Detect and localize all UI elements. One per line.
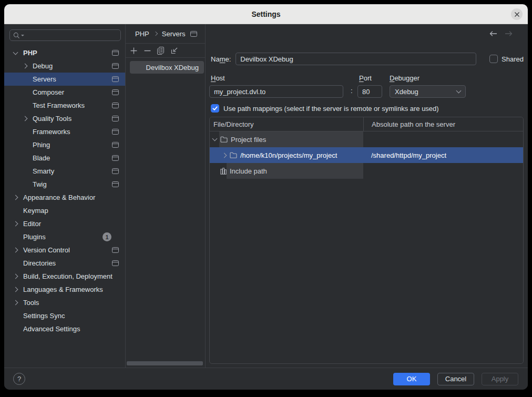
sidebar-item-servers[interactable]: Servers xyxy=(4,73,125,86)
absolute-path-cell[interactable] xyxy=(363,131,523,147)
close-button[interactable] xyxy=(511,8,523,20)
absolute-path-cell[interactable] xyxy=(363,163,523,179)
sidebar-item-keymap[interactable]: Keymap xyxy=(4,204,125,217)
remove-server-button[interactable] xyxy=(143,46,151,55)
search-options-caret-icon[interactable] xyxy=(21,35,24,36)
apply-button[interactable]: Apply xyxy=(482,373,518,385)
copy-server-button[interactable] xyxy=(157,46,165,55)
chevron-right-icon[interactable] xyxy=(23,62,33,70)
help-button[interactable]: ? xyxy=(13,373,25,385)
add-server-button[interactable] xyxy=(129,46,138,55)
back-arrow-icon[interactable] xyxy=(489,30,498,37)
sidebar-item-quality-tools[interactable]: Quality Tools xyxy=(4,112,125,125)
open-in-window-icon[interactable] xyxy=(112,181,119,187)
open-in-window-icon[interactable] xyxy=(112,116,119,121)
tree-indent xyxy=(14,259,23,268)
open-in-window-icon[interactable] xyxy=(112,168,119,174)
sidebar-item-twig[interactable]: Twig xyxy=(4,178,125,191)
servers-list-panel: Devilbox XDebug xyxy=(126,24,206,368)
host-port-separator: : xyxy=(351,87,353,95)
chevron-down-icon xyxy=(456,88,462,94)
chevron-right-icon[interactable] xyxy=(14,194,23,202)
absolute-path-cell[interactable]: /shared/httpd/my_project xyxy=(363,147,523,163)
sidebar-item-advanced-settings[interactable]: Advanced Settings xyxy=(4,322,125,335)
import-server-button[interactable] xyxy=(170,46,179,55)
open-in-window-icon[interactable] xyxy=(112,76,119,82)
dialog-body: PHPDebugServersComposerTest FrameworksQu… xyxy=(4,24,528,368)
debugger-label: Debugger xyxy=(390,74,420,82)
chevron-right-icon[interactable] xyxy=(23,115,33,123)
mappings-table-body: Project files/home/k10n/projects/my_proj… xyxy=(210,131,523,179)
sidebar-item-label: Advanced Settings xyxy=(23,325,80,333)
port-input[interactable] xyxy=(357,85,382,98)
sidebar-item-phing[interactable]: Phing xyxy=(4,138,125,151)
server-list-item[interactable]: Devilbox XDebug xyxy=(130,61,204,74)
copy-icon xyxy=(157,47,165,55)
sidebar-item-debug[interactable]: Debug xyxy=(4,59,125,73)
sidebar-item-label: Quality Tools xyxy=(33,115,71,123)
sidebar-item-composer[interactable]: Composer xyxy=(4,86,125,99)
sidebar-item-label: Test Frameworks xyxy=(33,101,85,109)
open-in-window-icon[interactable] xyxy=(112,260,119,266)
shared-checkbox[interactable] xyxy=(489,55,498,63)
sidebar-item-label: Servers xyxy=(33,75,56,83)
host-input[interactable] xyxy=(209,85,343,98)
search-input[interactable] xyxy=(25,31,117,39)
file-directory-cell: Include path xyxy=(230,167,267,175)
sidebar-item-languages-frameworks[interactable]: Languages & Frameworks xyxy=(4,283,125,296)
open-in-window-icon[interactable] xyxy=(112,89,119,95)
ok-button[interactable]: OK xyxy=(393,373,430,385)
open-in-window-icon[interactable] xyxy=(112,142,119,148)
sidebar-item-settings-sync[interactable]: Settings Sync xyxy=(4,309,125,322)
tree-indent xyxy=(23,88,33,97)
sidebar-item-label: PHP xyxy=(23,49,37,57)
sidebar-item-plugins[interactable]: Plugins1 xyxy=(4,230,125,243)
file-directory-cell: Project files xyxy=(231,136,266,144)
sidebar-item-frameworks[interactable]: Frameworks xyxy=(4,125,125,138)
footer-buttons: OK Cancel Apply xyxy=(393,373,518,385)
sidebar-item-php[interactable]: PHP xyxy=(4,46,125,59)
name-input[interactable] xyxy=(236,53,476,65)
chevron-right-icon[interactable] xyxy=(14,272,23,281)
sidebar-item-tools[interactable]: Tools xyxy=(4,296,125,309)
mapping-row-include-path[interactable]: Include path xyxy=(210,163,523,179)
open-in-window-icon[interactable] xyxy=(112,63,119,69)
table-header: File/Directory Absolute path on the serv… xyxy=(210,117,523,131)
chevron-down-icon[interactable] xyxy=(14,49,23,57)
chevron-right-icon[interactable] xyxy=(222,151,230,159)
horizontal-scrollbar-thumb[interactable] xyxy=(127,361,203,365)
open-in-window-icon[interactable] xyxy=(112,129,119,135)
open-in-window-icon[interactable] xyxy=(112,50,119,56)
open-in-window-icon[interactable] xyxy=(112,247,119,253)
chevron-right-icon[interactable] xyxy=(14,246,23,255)
sidebar-item-version-control[interactable]: Version Control xyxy=(4,243,125,257)
sidebar-item-appearance-behavior[interactable]: Appearance & Behavior xyxy=(4,191,125,204)
chevron-right-icon[interactable] xyxy=(14,299,23,307)
use-path-mappings-checkbox[interactable] xyxy=(211,104,219,113)
sidebar-item-smarty[interactable]: Smarty xyxy=(4,165,125,178)
search-box[interactable] xyxy=(9,29,121,41)
search-icon xyxy=(13,32,20,39)
chevron-down-icon[interactable] xyxy=(213,135,220,144)
sidebar-item-label: Frameworks xyxy=(33,128,70,136)
mapping-row-home-k10n-projects-my-project[interactable]: /home/k10n/projects/my_project/shared/ht… xyxy=(210,147,523,163)
debugger-selected-value: Xdebug xyxy=(395,88,418,96)
sidebar-item-blade[interactable]: Blade xyxy=(4,151,125,165)
minus-icon xyxy=(144,47,151,55)
sidebar-item-label: Smarty xyxy=(33,167,54,175)
sidebar: PHPDebugServersComposerTest FrameworksQu… xyxy=(4,24,126,368)
open-in-window-icon[interactable] xyxy=(112,103,119,108)
tree-indent xyxy=(23,154,33,162)
sidebar-item-build-execution-deployment[interactable]: Build, Execution, Deployment xyxy=(4,270,125,283)
open-in-window-icon[interactable] xyxy=(112,155,119,161)
sidebar-item-test-frameworks[interactable]: Test Frameworks xyxy=(4,99,125,112)
chevron-right-icon[interactable] xyxy=(14,286,23,294)
sidebar-item-directories[interactable]: Directories xyxy=(4,257,125,270)
sidebar-item-editor[interactable]: Editor xyxy=(4,217,125,230)
debugger-select[interactable]: Xdebug xyxy=(390,85,466,98)
import-icon xyxy=(171,47,178,54)
mapping-row-project-files[interactable]: Project files xyxy=(210,131,523,147)
chevron-right-icon[interactable] xyxy=(14,220,23,228)
titlebar: Settings xyxy=(4,4,528,24)
cancel-button[interactable]: Cancel xyxy=(437,373,474,385)
